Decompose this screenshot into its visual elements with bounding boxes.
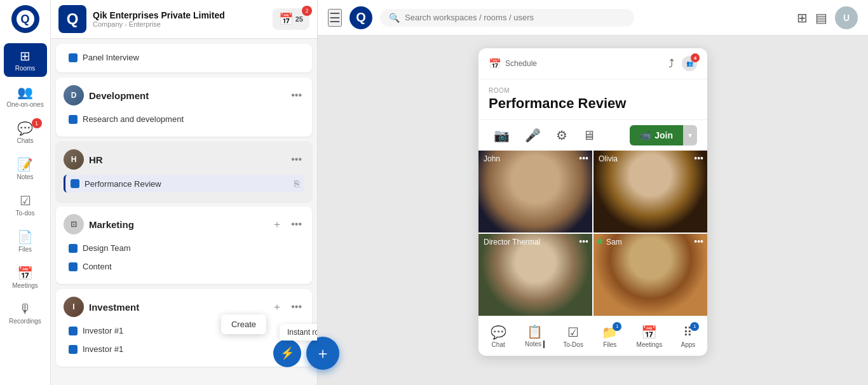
room-title: Performance Review (489, 95, 697, 112)
investment-actions: ＋ ••• (269, 299, 304, 315)
development-avatar: D (64, 85, 84, 105)
participant-sam-label: Sam (606, 238, 622, 247)
instant-room-button[interactable]: ⚡ (273, 339, 301, 367)
marketing-more-btn[interactable]: ••• (288, 217, 304, 231)
hr-avatar: H (64, 149, 84, 170)
rbb-files[interactable]: 1 📁 Files (597, 322, 623, 351)
hr-actions: ••• (288, 152, 304, 166)
rbb-apps[interactable]: 1 ⠿ Apps (675, 322, 700, 351)
top-header: ☰ Q 🔍 ⊞ ▤ U (318, 0, 868, 36)
room-dot-perf (71, 179, 79, 188)
room-item-content[interactable]: Content (64, 258, 304, 275)
join-dropdown-button[interactable]: ▾ (683, 125, 697, 145)
room-dot-design (69, 244, 78, 253)
nav-one-on-ones[interactable]: 👥 One-on-ones (4, 79, 47, 113)
calendar-date: 25 (295, 15, 303, 23)
room-label-performance-review: Performance Review (85, 179, 289, 189)
chats-badge: 1 (32, 118, 42, 128)
marketing-add-btn[interactable]: ＋ (269, 217, 285, 233)
create-room-button[interactable]: ＋ (306, 337, 318, 370)
video-button[interactable]: 📷 (489, 125, 515, 145)
copy-icon: ⎘ (294, 179, 299, 189)
join-wrap: 📹 Join ▾ (630, 125, 697, 145)
notes-cursor (543, 341, 545, 348)
user-avatar[interactable]: U (835, 6, 858, 29)
video-cell-john: John ••• (478, 151, 592, 233)
room-item-panel-interview[interactable]: Panel Interview (64, 49, 304, 66)
participant-director-menu[interactable]: ••• (579, 236, 588, 247)
room-item-performance-review[interactable]: Performance Review ⎘ (64, 175, 304, 192)
room-label-investor1b: Investor #1 (83, 344, 299, 354)
nav-todos[interactable]: ☑ To-dos (4, 188, 47, 222)
search-bar[interactable]: 🔍 (380, 9, 634, 27)
search-icon: 🔍 (389, 13, 400, 23)
hamburger-button[interactable]: ☰ (328, 9, 342, 27)
calendar-icon: 📅 (279, 12, 293, 26)
room-group-hr: H HR ••• Performance Review ⎘ (56, 142, 312, 201)
marketing-group-header: ⊡ Marketing ＋ ••• (64, 214, 304, 234)
header-right: ⊞ ▤ U (797, 6, 858, 29)
room-item-investor1b[interactable]: Investor #1 (64, 341, 304, 358)
nav-todos-label: To-dos (15, 210, 34, 217)
video-call-icon: 📹 (640, 130, 651, 140)
join-button[interactable]: 📹 Join (630, 125, 683, 145)
nav-notes[interactable]: 📝 Notes (4, 152, 47, 186)
room-label-research: Research and development (83, 114, 299, 124)
settings-button[interactable]: ⚙ (551, 125, 573, 145)
nav-one-on-ones-label: One-on-ones (6, 101, 43, 108)
recordings-icon: 🎙 (19, 302, 32, 316)
plus-icon: ＋ (315, 343, 318, 363)
rbb-todos[interactable]: ☑ To-Dos (558, 322, 588, 351)
participant-john-menu[interactable]: ••• (579, 153, 588, 163)
hr-title-wrap: H HR (64, 149, 103, 170)
rbb-chat[interactable]: 💬 Chat (485, 322, 512, 351)
rbb-meetings-icon: 📅 (641, 325, 657, 340)
investment-more-btn[interactable]: ••• (288, 300, 304, 314)
room-item-investor1[interactable]: Investor #1 (64, 322, 304, 339)
nav-rooms[interactable]: ⊞ Rooms (4, 43, 47, 77)
sidebar-toggle-button[interactable]: ▤ (815, 10, 827, 25)
chat-icon: 💬 (491, 325, 506, 340)
participant-director-label: Director Thermal (484, 238, 540, 247)
grid-view-button[interactable]: ⊞ (797, 10, 808, 25)
mic-button[interactable]: 🎤 (520, 125, 546, 145)
video-cell-director: Director Thermal ••• (478, 234, 592, 316)
company-header: Q Qik Enterprises Private Limited Compan… (51, 0, 317, 39)
rbb-notes-icon: 📋 (527, 324, 543, 339)
participant-john-label: John (484, 154, 500, 163)
investment-avatar: I (64, 297, 84, 317)
rbb-meetings[interactable]: 📅 Meetings (632, 322, 668, 351)
room-type-label: Room (489, 87, 697, 94)
calendar-button[interactable]: 📅 25 2 (273, 8, 309, 30)
room-item-design[interactable]: Design Team (64, 240, 304, 257)
nav-chats[interactable]: 1 💬 Chats (4, 116, 47, 149)
share-button[interactable]: ⤴ (668, 57, 674, 71)
participant-sam-menu[interactable]: ••• (694, 236, 703, 247)
fab-area: ⚡ ＋ (273, 337, 318, 370)
hr-more-btn[interactable]: ••• (288, 152, 304, 166)
instant-room-tooltip: Instant room (280, 324, 318, 341)
icon-nav: Q ⊞ Rooms 👥 One-on-ones 1 💬 Chats 📝 Note… (0, 0, 51, 385)
search-input[interactable] (405, 13, 625, 22)
chats-icon: 💬 (17, 121, 33, 136)
room-group-marketing: ⊡ Marketing ＋ ••• Design Team Content (56, 206, 312, 284)
rbb-notes[interactable]: 📋 Notes (520, 321, 550, 351)
files-badge: 1 (613, 322, 621, 331)
development-more-btn[interactable]: ••• (288, 88, 304, 102)
nav-files-label: Files (18, 246, 32, 253)
nav-meetings[interactable]: 📅 Meetings (4, 260, 47, 294)
nav-files[interactable]: 📄 Files (4, 224, 47, 258)
nav-recordings[interactable]: 🎙 Recordings (4, 297, 47, 330)
screen-share-button[interactable]: 🖥 (578, 126, 600, 145)
room-dot-panel (69, 53, 78, 62)
room-item-research[interactable]: Research and development (64, 111, 304, 128)
schedule-icon: 📅 (489, 58, 501, 70)
rbb-todos-icon: ☑ (567, 325, 579, 340)
room-dot-investor1b (69, 345, 78, 354)
participant-olivia-menu[interactable]: ••• (694, 153, 703, 163)
sam-online-dot (597, 239, 602, 244)
room-dot-investor1 (69, 327, 78, 335)
member-count[interactable]: 👥 4 (682, 56, 697, 71)
rooms-icon: ⊞ (20, 48, 31, 64)
investment-add-btn[interactable]: ＋ (269, 299, 285, 315)
